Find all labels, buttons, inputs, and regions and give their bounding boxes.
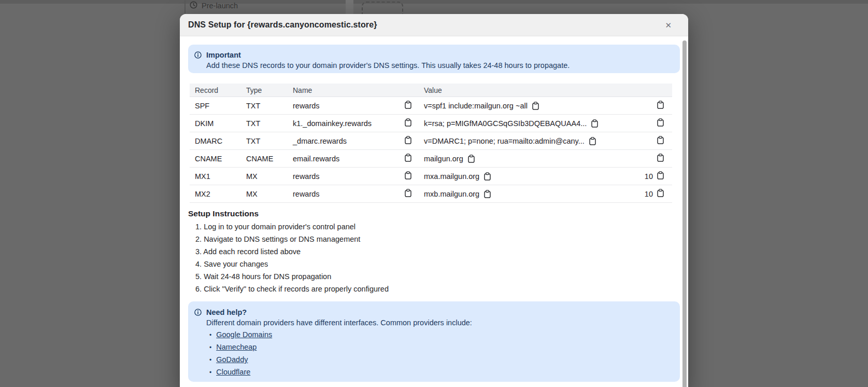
copy-record-button[interactable]	[657, 136, 664, 144]
header-type: Type	[241, 86, 288, 94]
copy-value-inline-button[interactable]	[484, 172, 491, 181]
background-panel-edge	[184, 0, 186, 14]
background-topbar	[0, 0, 868, 4]
copy-value-button[interactable]	[405, 189, 411, 197]
record-cell: CNAME	[190, 155, 241, 163]
name-cell: rewards	[288, 172, 405, 181]
type-cell: MX	[241, 172, 288, 181]
need-help-notice: Need help? Different domain providers ha…	[188, 301, 680, 382]
important-notice: Important Add these DNS records to your …	[188, 45, 680, 73]
record-cell: MX1	[190, 172, 241, 181]
setup-step: Navigate to DNS settings or DNS manageme…	[188, 233, 680, 245]
copy-record-button[interactable]	[657, 189, 664, 197]
close-button[interactable]: ✕	[663, 19, 674, 31]
copy-value-button[interactable]	[405, 154, 411, 162]
table-row: SPF TXT rewards v=spf1 include:mailgun.o…	[190, 97, 672, 115]
name-cell: _dmarc.rewards	[288, 137, 405, 145]
value-text: k=rsa; p=MIGfMA0GCSqGSIb3DQEBAQUAA4...	[424, 119, 587, 128]
name-cell: k1._domainkey.rewards	[288, 119, 405, 128]
provider-link[interactable]: Namecheap	[216, 343, 257, 351]
value-text: v=spf1 include:mailgun.org ~all	[424, 102, 528, 110]
value-text: v=DMARC1; p=none; rua=mailto:admin@cany.…	[424, 137, 585, 145]
record-cell: MX2	[190, 190, 241, 198]
value-text: mxa.mailgun.org	[424, 172, 479, 181]
copy-value-inline-button[interactable]	[532, 102, 539, 110]
type-cell: TXT	[241, 119, 288, 128]
copy-value-inline-button[interactable]	[468, 155, 475, 163]
provider-links-list: Google DomainsNamecheapGoDaddyCloudflare	[206, 329, 472, 379]
setup-step: Save your changes	[188, 258, 680, 270]
priority-cell: 10	[636, 190, 657, 198]
setup-step: Wait 24-48 hours for DNS propagation	[188, 270, 680, 283]
record-cell: DKIM	[190, 119, 241, 128]
background-panel-gap	[346, 0, 353, 14]
dns-setup-dialog: DNS Setup for {rewards.canyoncomestic.st…	[180, 14, 688, 387]
record-cell: DMARC	[190, 137, 241, 145]
scrollbar-thumb[interactable]	[682, 40, 687, 387]
header-name: Name	[288, 86, 405, 94]
record-cell: SPF	[190, 102, 241, 110]
priority-cell: 10	[636, 172, 657, 181]
need-help-title: Need help?	[206, 307, 472, 317]
table-rows: SPF TXT rewards v=spf1 include:mailgun.o…	[190, 97, 672, 203]
provider-link[interactable]: Cloudflare	[216, 368, 250, 376]
name-cell: rewards	[288, 190, 405, 198]
provider-item: GoDaddy	[206, 354, 472, 366]
type-cell: CNAME	[241, 155, 288, 163]
table-row: MX1 MX rewards mxa.mailgun.org 10	[190, 168, 672, 185]
header-record: Record	[190, 86, 241, 94]
background-prelaunch-item: Pre-launch	[190, 1, 238, 10]
copy-value-inline-button[interactable]	[484, 190, 491, 198]
info-icon	[194, 307, 202, 379]
setup-step: Log in to your domain provider's control…	[188, 220, 680, 233]
copy-record-button[interactable]	[657, 171, 664, 179]
copy-value-button[interactable]	[405, 118, 411, 127]
need-help-body: Different domain providers have differen…	[206, 317, 472, 328]
copy-value-button[interactable]	[405, 101, 411, 109]
provider-item: Google Domains	[206, 329, 472, 341]
name-cell: email.rewards	[288, 155, 405, 163]
clock-icon	[190, 1, 197, 10]
dns-records-table: Record Type Name Value SPF TXT rewards v…	[190, 84, 672, 203]
prelaunch-label: Pre-launch	[202, 2, 238, 10]
name-cell: rewards	[288, 102, 405, 110]
info-icon	[194, 50, 202, 68]
table-header-row: Record Type Name Value	[190, 84, 672, 97]
type-cell: MX	[241, 190, 288, 198]
dialog-body: Important Add these DNS records to your …	[180, 45, 688, 382]
value-text: mxb.mailgun.org	[424, 190, 479, 198]
setup-instructions-title: Setup Instructions	[188, 208, 680, 219]
setup-step: Add each record listed above	[188, 245, 680, 258]
setup-instructions-list: Log in to your domain provider's control…	[188, 220, 680, 295]
copy-value-button[interactable]	[405, 136, 411, 144]
table-row: DKIM TXT k1._domainkey.rewards k=rsa; p=…	[190, 115, 672, 132]
value-text: mailgun.org	[424, 155, 463, 163]
setup-step: Click "Verify" to check if records are p…	[188, 283, 680, 295]
copy-value-inline-button[interactable]	[591, 119, 598, 128]
table-row: DMARC TXT _dmarc.rewards v=DMARC1; p=non…	[190, 132, 672, 150]
important-body: Add these DNS records to your domain pro…	[206, 60, 570, 71]
type-cell: TXT	[241, 137, 288, 145]
provider-link[interactable]: GoDaddy	[216, 355, 248, 364]
copy-value-button[interactable]	[405, 171, 411, 179]
important-title: Important	[206, 50, 570, 60]
copy-record-button[interactable]	[657, 154, 664, 162]
provider-item: Namecheap	[206, 341, 472, 354]
header-value: Value	[419, 86, 636, 94]
table-row: CNAME CNAME email.rewards mailgun.org	[190, 150, 672, 168]
dialog-header: DNS Setup for {rewards.canyoncomestic.st…	[180, 14, 688, 36]
provider-link[interactable]: Google Domains	[216, 330, 272, 339]
type-cell: TXT	[241, 102, 288, 110]
table-row: MX2 MX rewards mxb.mailgun.org 10	[190, 185, 672, 203]
provider-item: Cloudflare	[206, 366, 472, 379]
copy-value-inline-button[interactable]	[589, 137, 596, 145]
dialog-title: DNS Setup for {rewards.canyoncomestic.st…	[188, 20, 377, 30]
copy-record-button[interactable]	[657, 101, 664, 109]
copy-record-button[interactable]	[657, 118, 664, 127]
